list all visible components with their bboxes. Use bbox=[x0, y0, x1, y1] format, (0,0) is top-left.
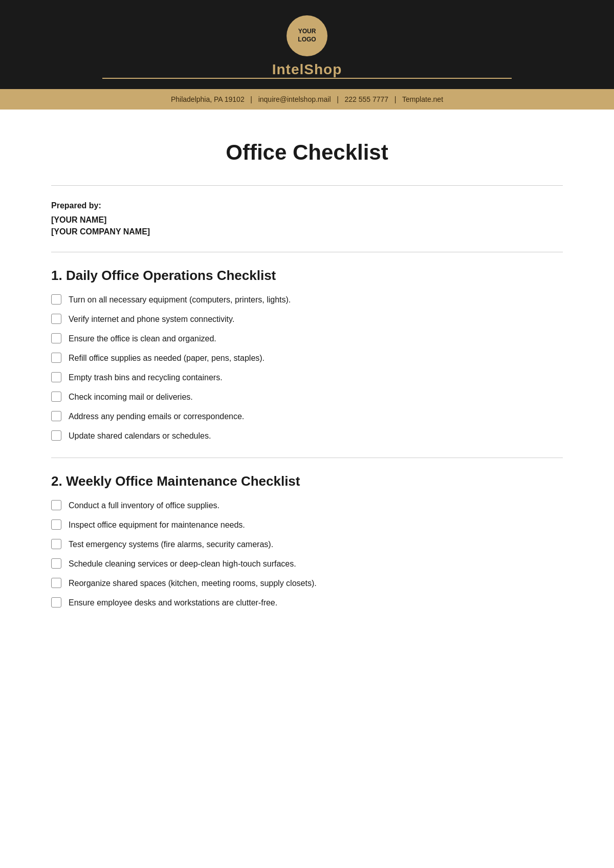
checkbox[interactable] bbox=[51, 558, 61, 569]
checkbox[interactable] bbox=[51, 294, 61, 305]
section-daily-title: 1. Daily Office Operations Checklist bbox=[51, 268, 563, 284]
divider-right bbox=[307, 78, 512, 79]
item-text: Address any pending emails or correspond… bbox=[69, 410, 244, 423]
item-text: Check incoming mail or deliveries. bbox=[69, 391, 193, 403]
sep1: | bbox=[250, 95, 252, 103]
list-item: Conduct a full inventory of office suppl… bbox=[51, 500, 563, 512]
item-text: Ensure the office is clean and organized… bbox=[69, 333, 216, 345]
item-text: Empty trash bins and recycling container… bbox=[69, 372, 223, 384]
item-text: Ensure employee desks and workstations a… bbox=[69, 597, 277, 609]
main-content: Office Checklist Prepared by: [YOUR NAME… bbox=[0, 110, 614, 655]
prepared-label: Prepared by: bbox=[51, 201, 563, 210]
item-text: Verify internet and phone system connect… bbox=[69, 313, 234, 326]
prepared-divider bbox=[51, 252, 563, 252]
checkbox[interactable] bbox=[51, 353, 61, 363]
page-title: Office Checklist bbox=[51, 140, 563, 165]
list-item: Verify internet and phone system connect… bbox=[51, 313, 563, 326]
list-item: Empty trash bins and recycling container… bbox=[51, 372, 563, 384]
prepared-company: [YOUR COMPANY NAME] bbox=[51, 227, 563, 236]
list-item: Refill office supplies as needed (paper,… bbox=[51, 352, 563, 364]
checkbox[interactable] bbox=[51, 597, 61, 607]
list-item: Update shared calendars or schedules. bbox=[51, 430, 563, 442]
item-text: Test emergency systems (fire alarms, sec… bbox=[69, 538, 273, 551]
sep3: | bbox=[394, 95, 397, 103]
website: Template.net bbox=[402, 95, 443, 103]
list-item: Inspect office equipment for maintenance… bbox=[51, 519, 563, 531]
phone: 222 555 7777 bbox=[345, 95, 389, 103]
item-text: Inspect office equipment for maintenance… bbox=[69, 519, 245, 531]
checkbox[interactable] bbox=[51, 372, 61, 382]
title-divider bbox=[51, 185, 563, 186]
checkbox[interactable] bbox=[51, 333, 61, 343]
section-daily: 1. Daily Office Operations Checklist Tur… bbox=[51, 268, 563, 442]
email: inquire@intelshop.mail bbox=[258, 95, 331, 103]
header: YOUR LOGO IntelShop bbox=[0, 0, 614, 89]
brand-name: IntelShop bbox=[10, 61, 604, 78]
list-item: Ensure the office is clean and organized… bbox=[51, 333, 563, 345]
logo-circle: YOUR LOGO bbox=[287, 15, 327, 56]
checkbox[interactable] bbox=[51, 411, 61, 421]
item-text: Reorganize shared spaces (kitchen, meeti… bbox=[69, 577, 317, 590]
list-item: Check incoming mail or deliveries. bbox=[51, 391, 563, 403]
list-item: Test emergency systems (fire alarms, sec… bbox=[51, 538, 563, 551]
section-weekly-list: Conduct a full inventory of office suppl… bbox=[51, 500, 563, 609]
item-text: Refill office supplies as needed (paper,… bbox=[69, 352, 265, 364]
checkbox[interactable] bbox=[51, 539, 61, 549]
section-weekly: 2. Weekly Office Maintenance Checklist C… bbox=[51, 473, 563, 609]
daily-divider bbox=[51, 458, 563, 458]
list-item: Schedule cleaning services or deep-clean… bbox=[51, 558, 563, 570]
checkbox[interactable] bbox=[51, 430, 61, 441]
header-divider bbox=[10, 78, 604, 79]
contact-bar: Philadelphia, PA 19102 | inquire@intelsh… bbox=[0, 89, 614, 110]
list-item: Turn on all necessary equipment (compute… bbox=[51, 294, 563, 306]
checkbox[interactable] bbox=[51, 578, 61, 588]
list-item: Address any pending emails or correspond… bbox=[51, 410, 563, 423]
item-text: Turn on all necessary equipment (compute… bbox=[69, 294, 291, 306]
item-text: Update shared calendars or schedules. bbox=[69, 430, 211, 442]
prepared-section: Prepared by: [YOUR NAME] [YOUR COMPANY N… bbox=[51, 201, 563, 236]
item-text: Conduct a full inventory of office suppl… bbox=[69, 500, 220, 512]
list-item: Ensure employee desks and workstations a… bbox=[51, 597, 563, 609]
logo-text: YOUR LOGO bbox=[298, 28, 316, 44]
section-daily-list: Turn on all necessary equipment (compute… bbox=[51, 294, 563, 442]
item-text: Schedule cleaning services or deep-clean… bbox=[69, 558, 296, 570]
checkbox[interactable] bbox=[51, 314, 61, 324]
divider-left bbox=[102, 78, 307, 79]
checkbox[interactable] bbox=[51, 500, 61, 510]
section-weekly-title: 2. Weekly Office Maintenance Checklist bbox=[51, 473, 563, 489]
list-item: Reorganize shared spaces (kitchen, meeti… bbox=[51, 577, 563, 590]
checkbox[interactable] bbox=[51, 392, 61, 402]
address: Philadelphia, PA 19102 bbox=[171, 95, 245, 103]
prepared-name: [YOUR NAME] bbox=[51, 215, 563, 225]
checkbox[interactable] bbox=[51, 519, 61, 530]
sep2: | bbox=[337, 95, 339, 103]
